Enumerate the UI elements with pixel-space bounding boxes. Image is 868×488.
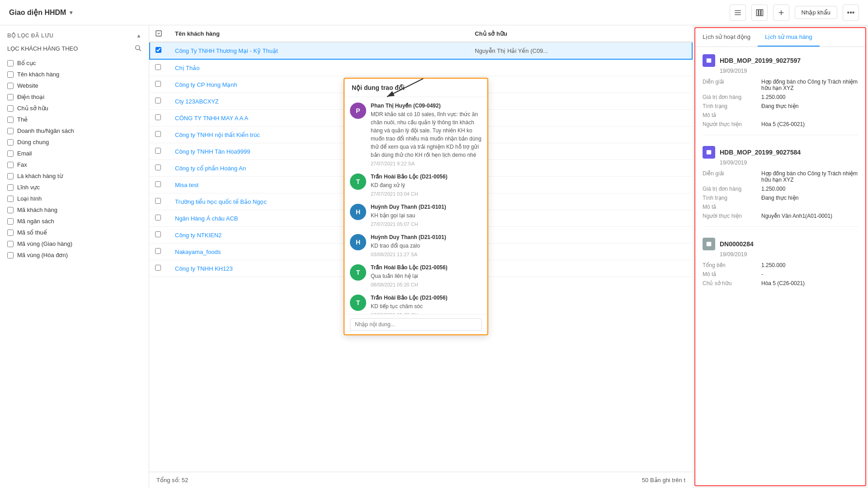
chat-time: 03/08/2021 11:27 SA [371,252,482,257]
chat-message: P Phan Thị Huyền (C09-0492) MDR khảo sát… [350,103,482,166]
tab-activity-history[interactable]: Lịch sử hoạt động [695,28,758,47]
table-row[interactable]: Chị Thảo [150,59,692,76]
filter-item[interactable]: Tên khách hàng [7,69,142,80]
chat-message: T Trần Hoài Bảo Lộc (D21-0056) Qua tuần … [350,264,482,287]
detail-label: Người thực hiện [703,121,761,127]
filter-item[interactable]: Là khách hàng từ [7,170,142,182]
owner-cell [469,227,692,244]
content-area: Tên khách hàng Chủ sở hữu Công Ty TNHH T… [149,25,693,488]
row-checkbox-cell[interactable] [150,76,170,93]
row-checkbox-cell[interactable] [150,42,170,59]
right-panel-tabs: Lịch sử hoạt động Lịch sử mua hàng [695,28,865,47]
filter-item[interactable]: Loại hình [7,193,142,204]
import-button[interactable]: Nhập khẩu [795,6,837,19]
filter-item[interactable]: Mã vùng (Giao hàng) [7,238,142,249]
chat-message: H Huỳnh Duy Thanh (D21-0101) KD trao đổi… [350,234,482,257]
chat-input[interactable] [350,318,482,331]
chat-avatar: H [350,204,366,220]
more-options-button[interactable]: ••• [843,5,859,21]
row-checkbox-cell[interactable] [150,110,170,127]
chat-message: H Huỳnh Duy Thanh (D21-0101) KH bận gọi … [350,204,482,227]
svg-rect-15 [707,58,712,62]
filter-item[interactable]: Điện thoại [7,91,142,103]
filter-item[interactable]: Chủ sở hữu [7,103,142,114]
purchase-icon [703,146,715,159]
filter-item[interactable]: Mã ngân sách [7,216,142,227]
detail-value: 1.250.000 [761,262,858,268]
purchase-code[interactable]: DN0000284 [720,240,754,248]
svg-rect-5 [761,9,763,16]
svg-line-9 [139,49,141,51]
row-checkbox-cell[interactable] [150,177,170,193]
owner-cell [469,59,692,76]
filter-item[interactable]: Thẻ [7,114,142,125]
purchase-item: HDB_MOP_20199_9027584 19/09/2019 Diễn gi… [703,146,858,227]
detail-value: 1.250.000 [761,186,858,192]
purchase-detail: Người thực hiện Nguyễn Văn Anh1(A01-0001… [703,213,858,219]
detail-value: 1.250.000 [761,94,858,100]
customer-name-cell[interactable]: Công Ty TNHH Thương Mại - Kỹ Thuật [170,42,469,59]
filter-item[interactable]: Website [7,80,142,91]
purchase-id: HDB_MOP_20199_9027584 [703,146,858,159]
app-header: Giao diện HHDM ▾ Nhập khẩu ••• [0,0,868,25]
filter-item[interactable]: Mã khách hàng [7,204,142,216]
detail-label: Mô tả [703,271,761,277]
table-row[interactable]: Công Ty TNHH Thương Mại - Kỹ Thuật Nguyễ… [150,42,692,59]
purchase-detail: Chủ sở hữu Hòa 5 (C26-0021) [703,280,858,286]
filter-item[interactable]: Mã vùng (Hóa đơn) [7,249,142,261]
main-layout: BỘ LỌC ĐÃ LƯU ▲ LỌC KHÁCH HÀNG THEO Bố c… [0,25,868,488]
purchase-detail: Mô tả [703,204,858,210]
purchase-detail: Giá trị đơn hàng 1.250.000 [703,186,858,192]
filter-search-icon[interactable] [134,44,142,53]
owner-cell [469,160,692,177]
add-button[interactable] [773,5,789,21]
row-checkbox-cell[interactable] [150,93,170,110]
purchase-detail: Diễn giải Hợp đồng bán cho Công ty Trách… [703,170,858,183]
filter-item[interactable]: Lĩnh vực [7,182,142,193]
chat-time: 27/07/2021 05:07 CH [371,221,482,227]
owner-cell [469,193,692,210]
purchase-code[interactable]: HDB_MOP_20199_9027597 [720,57,801,64]
title-chevron-icon[interactable]: ▾ [70,9,72,16]
row-checkbox-cell[interactable] [150,127,170,143]
detail-label: Tình trạng [703,103,761,109]
chat-text: KD tiếp tục chăm sóc [371,302,482,310]
purchase-code[interactable]: HDB_MOP_20199_9027584 [720,149,801,156]
row-checkbox-cell[interactable] [150,160,170,177]
chat-avatar: H [350,234,366,250]
customer-name-cell[interactable]: Chị Thảo [170,59,469,76]
column-view-button[interactable] [751,5,768,21]
row-checkbox-cell[interactable] [150,59,170,76]
header-actions: Nhập khẩu ••• [730,5,859,21]
row-checkbox-cell[interactable] [150,193,170,210]
detail-value: - [761,271,858,277]
list-view-button[interactable] [730,5,746,21]
owner-cell [469,93,692,110]
select-all-header[interactable] [150,25,170,42]
chat-text: KH bận gọi lại sau [371,211,482,220]
tab-purchase-history[interactable]: Lịch sử mua hàng [758,28,820,47]
detail-label: Diễn giải [703,170,761,183]
row-checkbox-cell[interactable] [150,210,170,227]
purchase-detail: Mô tả - [703,271,858,277]
chat-time: 27/07/2021 03:04 CH [371,191,482,197]
row-checkbox-cell[interactable] [150,143,170,160]
filter-item[interactable]: Fax [7,159,142,170]
owner-cell [469,76,692,93]
chat-bubble: Trần Hoài Bảo Lộc (D21-0056) KD đang xử … [371,174,482,197]
purchase-id: HDB_MOP_20199_9027597 [703,54,858,67]
chat-sender: Huỳnh Duy Thanh (D21-0101) [371,234,482,240]
filter-item[interactable]: Email [7,148,142,159]
filter-item[interactable]: Dùng chung [7,136,142,148]
row-checkbox-cell[interactable] [150,260,170,277]
total-records: Tổng số: 52 [156,477,188,483]
saved-filter-chevron-icon[interactable]: ▲ [136,33,142,39]
table-header-row: Tên khách hàng Chủ sở hữu [150,25,692,42]
chat-text: KD đang xử lý [371,181,482,189]
filter-item[interactable]: Doanh thu/Ngân sách [7,125,142,136]
row-checkbox-cell[interactable] [150,244,170,260]
filter-item[interactable]: Bố cục [7,57,142,69]
row-checkbox-cell[interactable] [150,227,170,244]
filter-item[interactable]: Mã số thuế [7,227,142,238]
customer-name-header: Tên khách hàng [170,25,469,42]
